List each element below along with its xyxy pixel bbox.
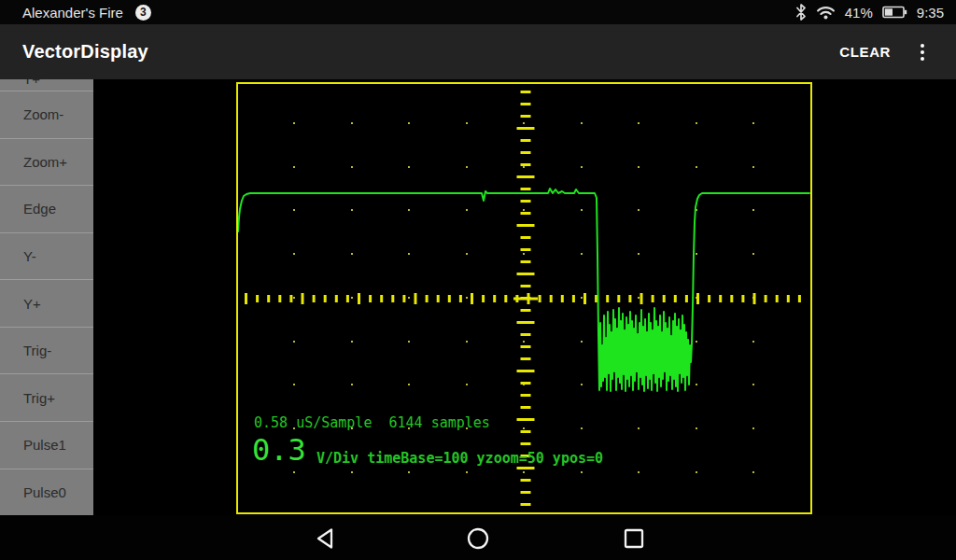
app-bar: VectorDisplay CLEAR bbox=[0, 24, 956, 79]
sidebar-item-label: Zoom- bbox=[23, 106, 63, 122]
sidebar-item-label: Trig- bbox=[23, 343, 51, 358]
sample-rate-readout: 0.58 uS/Sample 6144 samples bbox=[254, 416, 490, 430]
scope-settings-readout: V/Div timeBase=100 yzoom=50 ypos=0 bbox=[316, 452, 603, 466]
sidebar-item-partial-t-plus[interactable]: T+ bbox=[0, 79, 93, 91]
clear-button[interactable]: CLEAR bbox=[830, 36, 900, 67]
sidebar-item-pulse0[interactable]: Pulse0 bbox=[0, 469, 93, 516]
sidebar-item-label: Y- bbox=[23, 248, 36, 264]
back-icon[interactable] bbox=[315, 526, 339, 551]
status-bar: Alexander's Fire 3 41% 9:35 bbox=[0, 0, 956, 24]
sidebar-item-label: Pulse1 bbox=[23, 437, 66, 453]
oscilloscope-display[interactable]: 0.58 uS/Sample 6144 samples 0.3 V/Div ti… bbox=[236, 82, 812, 514]
device-name: Alexander's Fire bbox=[22, 5, 123, 21]
notification-count-badge: 3 bbox=[135, 5, 151, 21]
home-icon[interactable] bbox=[466, 526, 490, 551]
sidebar-item-trigplus[interactable]: Trig+ bbox=[0, 373, 93, 421]
overflow-menu-icon[interactable] bbox=[913, 38, 932, 66]
sidebar-item-edge[interactable]: Edge bbox=[0, 185, 93, 232]
sidebar-item-zoomminus[interactable]: Zoom- bbox=[0, 91, 93, 138]
volts-per-div-value: 0.3 bbox=[252, 435, 306, 465]
waveform-trace bbox=[238, 189, 809, 391]
page-title: VectorDisplay bbox=[0, 41, 148, 63]
battery-icon bbox=[882, 6, 907, 19]
sidebar-item-label: Zoom+ bbox=[23, 154, 67, 170]
trigger-center-marker bbox=[513, 298, 538, 301]
sidebar-item-label: T+ bbox=[23, 79, 40, 87]
sidebar-item-label: Trig+ bbox=[23, 390, 55, 406]
bluetooth-icon bbox=[795, 4, 807, 21]
sidebar-item-yminus[interactable]: Y- bbox=[0, 232, 93, 280]
sidebar-item-label: Pulse0 bbox=[23, 484, 66, 500]
sidebar-item-pulse1[interactable]: Pulse1 bbox=[0, 421, 93, 469]
sidebar: T+ Zoom-Zoom+EdgeY-Y+Trig-Trig+Pulse1Pul… bbox=[0, 79, 93, 515]
sidebar-item-trigminus[interactable]: Trig- bbox=[0, 327, 93, 374]
sidebar-item-label: Edge bbox=[23, 201, 56, 217]
recents-icon[interactable] bbox=[622, 526, 646, 551]
sidebar-item-zoomplus[interactable]: Zoom+ bbox=[0, 138, 93, 186]
sidebar-item-yplus[interactable]: Y+ bbox=[0, 279, 93, 327]
battery-percent: 41% bbox=[845, 5, 873, 21]
android-nav-bar bbox=[0, 515, 956, 560]
clock: 9:35 bbox=[917, 5, 944, 21]
sidebar-item-label: Y+ bbox=[23, 296, 41, 312]
wifi-icon bbox=[816, 5, 836, 20]
